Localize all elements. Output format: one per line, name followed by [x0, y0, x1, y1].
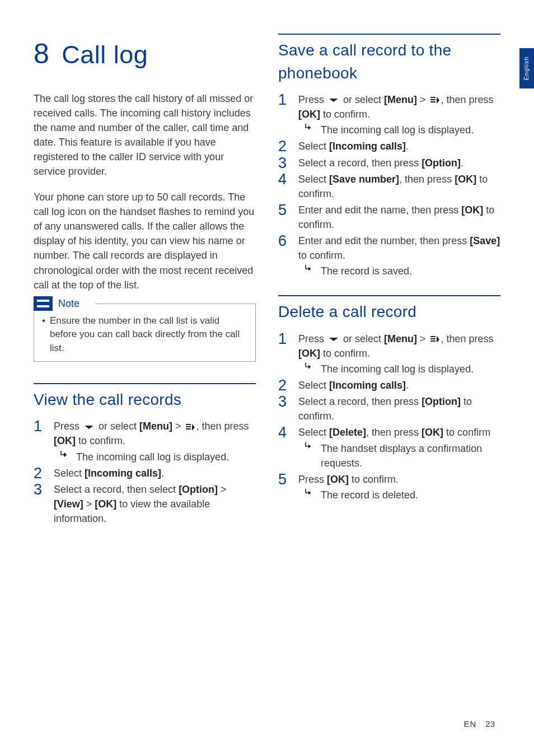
result-arrow-icon: [304, 488, 314, 497]
call-log-icon: [430, 335, 440, 344]
result-text: The incoming call log is displayed.: [321, 123, 474, 137]
note-icon: [34, 296, 53, 311]
chapter-heading: 8Call log: [34, 34, 256, 74]
result-arrow-icon: [304, 123, 314, 132]
down-key-icon: [83, 424, 95, 431]
svg-rect-8: [430, 340, 435, 342]
save-steps: Press or select [Menu] > , then press [O…: [278, 92, 500, 278]
step-item: Press or select [Menu] > , then press [O…: [278, 332, 500, 376]
step-item: Press or select [Menu] > , then press [O…: [278, 92, 500, 137]
bullet-icon: •: [42, 314, 45, 356]
footer-page-number: 23: [485, 719, 495, 729]
note-box: Note • Ensure the number in the call lis…: [34, 304, 256, 362]
step-item: Select [Incoming calls].: [34, 466, 256, 480]
result-text: The incoming call log is displayed.: [76, 450, 229, 464]
call-log-icon: [430, 96, 440, 105]
step-item: Select [Save number], then press [OK] to…: [278, 172, 500, 201]
result-text: The handset displays a confirmation requ…: [321, 441, 500, 470]
delete-steps: Press or select [Menu] > , then press [O…: [278, 332, 500, 502]
chapter-title: Call log: [62, 40, 148, 69]
right-column: Save a call record to the phonebook Pres…: [278, 34, 500, 534]
down-key-icon: [328, 336, 339, 343]
view-steps: Press or select [Menu] > , then press [O…: [34, 419, 256, 526]
result-text: The incoming call log is displayed.: [321, 362, 474, 376]
svg-rect-6: [430, 336, 435, 337]
step-item: Select [Incoming calls].: [278, 378, 500, 393]
result-text: The record is deleted.: [321, 488, 418, 502]
step-item: Enter and edit the number, then press [S…: [278, 234, 500, 278]
page-footer: EN23: [463, 718, 495, 730]
svg-rect-3: [430, 97, 435, 98]
step-item: Select [Delete], then press [OK] to conf…: [278, 425, 500, 470]
note-text: Ensure the number in the call list is va…: [50, 314, 249, 356]
step-item: Select [Incoming calls].: [278, 139, 500, 153]
note-label: Note: [58, 296, 79, 311]
footer-lang: EN: [463, 719, 476, 729]
left-column: 8Call log The call log stores the call h…: [34, 34, 256, 534]
result-arrow-icon: [304, 264, 314, 273]
result-arrow-icon: [304, 441, 314, 450]
svg-rect-0: [186, 424, 191, 425]
intro-paragraph-2: Your phone can store up to 50 call recor…: [34, 190, 256, 292]
language-tab: English: [519, 48, 534, 88]
svg-rect-7: [430, 338, 435, 339]
down-key-icon: [328, 97, 339, 104]
svg-rect-2: [186, 428, 191, 430]
call-log-icon: [185, 423, 195, 432]
section-heading-save: Save a call record to the phonebook: [278, 34, 500, 85]
step-item: Press or select [Menu] > , then press [O…: [34, 419, 256, 464]
chapter-number: 8: [34, 38, 49, 69]
page-body: 8Call log The call log stores the call h…: [0, 0, 534, 534]
section-heading-view: View the call records: [34, 383, 256, 412]
section-heading-delete: Delete a call record: [278, 295, 500, 324]
svg-rect-5: [430, 101, 435, 102]
svg-rect-4: [430, 99, 435, 100]
step-item: Press [OK] to confirm. The record is del…: [278, 472, 500, 502]
result-text: The record is saved.: [321, 264, 412, 278]
intro-paragraph-1: The call log stores the call history of …: [34, 91, 256, 179]
result-arrow-icon: [59, 450, 69, 459]
svg-rect-1: [186, 426, 191, 427]
step-item: Select a record, then press [Option] to …: [278, 394, 500, 423]
step-item: Select a record, then press [Option].: [278, 156, 500, 170]
step-item: Select a record, then select [Option] > …: [34, 482, 256, 526]
step-item: Enter and edit the name, then press [OK]…: [278, 203, 500, 232]
result-arrow-icon: [304, 362, 314, 371]
